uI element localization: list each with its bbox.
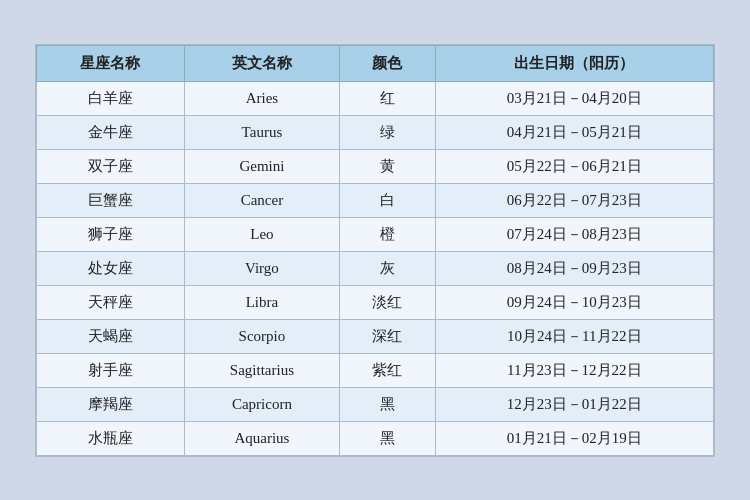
cell-dates: 03月21日－04月20日 bbox=[435, 81, 713, 115]
zodiac-table: 星座名称 英文名称 颜色 出生日期（阳历） 白羊座Aries红03月21日－04… bbox=[36, 45, 714, 456]
cell-chinese: 天蝎座 bbox=[37, 319, 185, 353]
col-header-color: 颜色 bbox=[339, 45, 435, 81]
cell-english: Cancer bbox=[184, 183, 339, 217]
cell-dates: 06月22日－07月23日 bbox=[435, 183, 713, 217]
cell-chinese: 处女座 bbox=[37, 251, 185, 285]
cell-color: 紫红 bbox=[339, 353, 435, 387]
table-row: 天秤座Libra淡红09月24日－10月23日 bbox=[37, 285, 714, 319]
cell-dates: 05月22日－06月21日 bbox=[435, 149, 713, 183]
cell-chinese: 双子座 bbox=[37, 149, 185, 183]
cell-chinese: 狮子座 bbox=[37, 217, 185, 251]
cell-english: Scorpio bbox=[184, 319, 339, 353]
cell-dates: 04月21日－05月21日 bbox=[435, 115, 713, 149]
cell-chinese: 水瓶座 bbox=[37, 421, 185, 455]
cell-chinese: 巨蟹座 bbox=[37, 183, 185, 217]
cell-dates: 10月24日－11月22日 bbox=[435, 319, 713, 353]
cell-english: Leo bbox=[184, 217, 339, 251]
cell-chinese: 金牛座 bbox=[37, 115, 185, 149]
cell-color: 深红 bbox=[339, 319, 435, 353]
table-row: 射手座Sagittarius紫红11月23日－12月22日 bbox=[37, 353, 714, 387]
cell-dates: 09月24日－10月23日 bbox=[435, 285, 713, 319]
table-row: 处女座Virgo灰08月24日－09月23日 bbox=[37, 251, 714, 285]
table-row: 狮子座Leo橙07月24日－08月23日 bbox=[37, 217, 714, 251]
table-row: 双子座Gemini黄05月22日－06月21日 bbox=[37, 149, 714, 183]
cell-chinese: 摩羯座 bbox=[37, 387, 185, 421]
cell-dates: 07月24日－08月23日 bbox=[435, 217, 713, 251]
table-body: 白羊座Aries红03月21日－04月20日金牛座Taurus绿04月21日－0… bbox=[37, 81, 714, 455]
col-header-english: 英文名称 bbox=[184, 45, 339, 81]
cell-english: Gemini bbox=[184, 149, 339, 183]
col-header-chinese: 星座名称 bbox=[37, 45, 185, 81]
table-row: 白羊座Aries红03月21日－04月20日 bbox=[37, 81, 714, 115]
cell-english: Libra bbox=[184, 285, 339, 319]
cell-dates: 11月23日－12月22日 bbox=[435, 353, 713, 387]
table-row: 金牛座Taurus绿04月21日－05月21日 bbox=[37, 115, 714, 149]
cell-color: 黑 bbox=[339, 387, 435, 421]
table-header-row: 星座名称 英文名称 颜色 出生日期（阳历） bbox=[37, 45, 714, 81]
cell-color: 黄 bbox=[339, 149, 435, 183]
cell-english: Sagittarius bbox=[184, 353, 339, 387]
cell-english: Capricorn bbox=[184, 387, 339, 421]
table-row: 摩羯座Capricorn黑12月23日－01月22日 bbox=[37, 387, 714, 421]
cell-dates: 01月21日－02月19日 bbox=[435, 421, 713, 455]
cell-color: 灰 bbox=[339, 251, 435, 285]
cell-chinese: 白羊座 bbox=[37, 81, 185, 115]
table-row: 水瓶座Aquarius黑01月21日－02月19日 bbox=[37, 421, 714, 455]
cell-color: 白 bbox=[339, 183, 435, 217]
table-row: 天蝎座Scorpio深红10月24日－11月22日 bbox=[37, 319, 714, 353]
cell-dates: 08月24日－09月23日 bbox=[435, 251, 713, 285]
zodiac-table-container: 星座名称 英文名称 颜色 出生日期（阳历） 白羊座Aries红03月21日－04… bbox=[35, 44, 715, 457]
col-header-dates: 出生日期（阳历） bbox=[435, 45, 713, 81]
cell-chinese: 天秤座 bbox=[37, 285, 185, 319]
cell-english: Aries bbox=[184, 81, 339, 115]
cell-color: 红 bbox=[339, 81, 435, 115]
cell-color: 绿 bbox=[339, 115, 435, 149]
cell-color: 黑 bbox=[339, 421, 435, 455]
cell-color: 淡红 bbox=[339, 285, 435, 319]
cell-chinese: 射手座 bbox=[37, 353, 185, 387]
cell-english: Taurus bbox=[184, 115, 339, 149]
cell-color: 橙 bbox=[339, 217, 435, 251]
cell-english: Virgo bbox=[184, 251, 339, 285]
table-row: 巨蟹座Cancer白06月22日－07月23日 bbox=[37, 183, 714, 217]
cell-english: Aquarius bbox=[184, 421, 339, 455]
cell-dates: 12月23日－01月22日 bbox=[435, 387, 713, 421]
